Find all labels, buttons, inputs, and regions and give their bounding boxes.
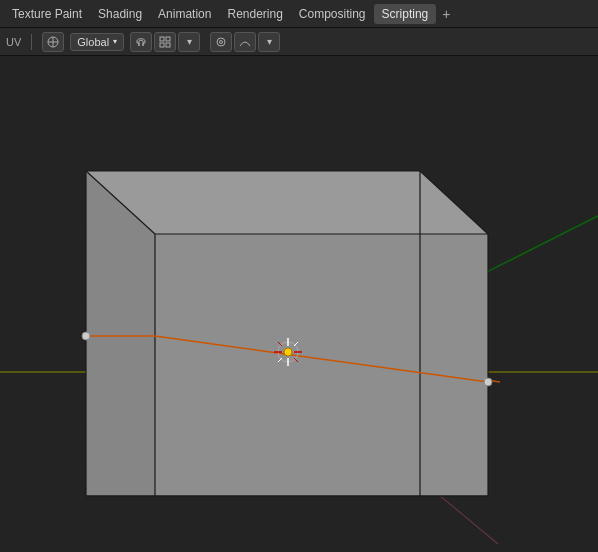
svg-marker-43: [155, 234, 488, 496]
svg-point-10: [220, 40, 223, 43]
menu-item-animation[interactable]: Animation: [150, 4, 219, 24]
menu-item-texture-paint[interactable]: Texture Paint: [4, 4, 90, 24]
menu-item-compositing[interactable]: Compositing: [291, 4, 374, 24]
menu-add-tab[interactable]: +: [436, 3, 456, 25]
svg-marker-41: [86, 171, 488, 234]
svg-point-61: [484, 378, 492, 386]
viewport-toolbar: UV Global ▾ ▾: [0, 28, 598, 56]
uv-label: UV: [6, 36, 21, 48]
svg-rect-7: [160, 43, 164, 47]
menu-item-rendering[interactable]: Rendering: [219, 4, 290, 24]
top-menu-bar: Texture Paint Shading Animation Renderin…: [0, 0, 598, 28]
proportional-edit-icon[interactable]: [210, 32, 232, 52]
proportional-falloff-icon[interactable]: [234, 32, 256, 52]
menu-item-shading[interactable]: Shading: [90, 4, 150, 24]
proportional-edit-controls: ▾: [210, 32, 280, 52]
proportional-dropdown-icon[interactable]: ▾: [258, 32, 280, 52]
svg-point-9: [217, 38, 225, 46]
svg-point-63: [284, 348, 292, 356]
snap-options-icon[interactable]: ▾: [178, 32, 200, 52]
snap-controls: ▾: [130, 32, 200, 52]
svg-rect-5: [160, 37, 164, 41]
viewport-canvas: [0, 56, 598, 552]
chevron-down-icon: ▾: [113, 37, 117, 46]
snap-magnet-icon[interactable]: [130, 32, 152, 52]
transform-orientation-label: Global: [77, 36, 109, 48]
svg-rect-6: [166, 37, 170, 41]
transform-orientation-dropdown[interactable]: Global ▾: [70, 33, 124, 51]
svg-point-60: [82, 332, 90, 340]
3d-viewport[interactable]: [0, 56, 598, 552]
transform-icon[interactable]: [42, 32, 64, 52]
svg-rect-8: [166, 43, 170, 47]
toolbar-separator: [31, 34, 32, 50]
menu-item-scripting[interactable]: Scripting: [374, 4, 437, 24]
snap-grid-icon[interactable]: [154, 32, 176, 52]
